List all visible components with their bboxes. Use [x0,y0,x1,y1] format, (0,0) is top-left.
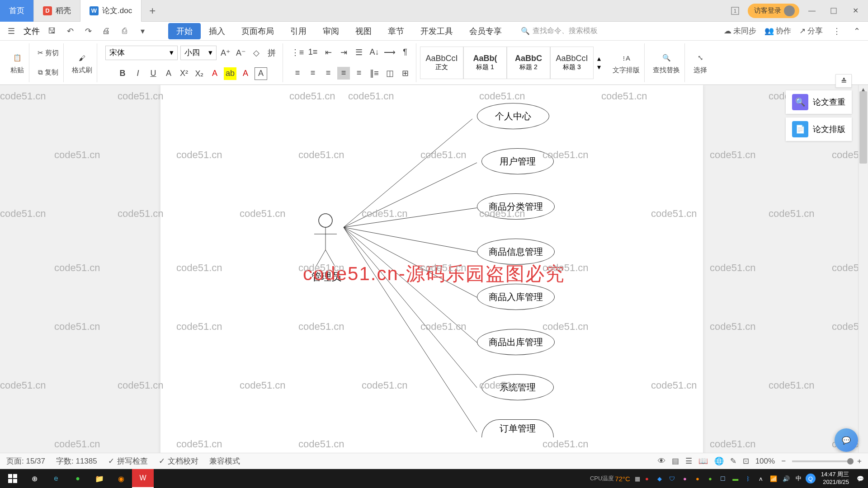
menu-review[interactable]: 审阅 [315,23,347,39]
bold-button[interactable]: B [116,67,129,80]
collapse-ribbon-icon[interactable]: ⌃ [851,25,863,37]
scroll-thumb[interactable] [859,91,867,164]
tray-up-icon[interactable]: ʌ [755,473,767,484]
assistant-float-button[interactable]: 💬 [835,428,858,452]
tab-daoke[interactable]: D 稻壳 [34,0,80,22]
strikethrough-button[interactable]: A [162,67,175,80]
explorer-icon[interactable]: 📁 [89,469,110,488]
find-replace-button[interactable]: 🔍查找替换 [653,51,680,75]
menu-view[interactable]: 视图 [347,23,380,39]
share-button[interactable]: ↗分享 [799,26,823,36]
cut-button[interactable]: ✂剪切 [38,49,59,57]
paste-button[interactable]: 📋 粘贴 [10,51,24,75]
style-h1[interactable]: AaBb(标题 1 [463,47,507,79]
more-icon[interactable]: ⋮ [831,25,843,37]
word-count[interactable]: 字数: 11385 [56,456,97,466]
tabs-button[interactable]: ⟶ [383,46,396,59]
thesis-format-button[interactable]: 📄 论文排版 [786,117,852,141]
phonetic-icon[interactable]: 拼 [265,47,278,59]
taskbar-clock[interactable]: 14:47 周三 2021/8/25 [816,471,854,486]
menu-insert[interactable]: 插入 [201,23,233,39]
line-spacing-button[interactable]: ‖≡ [368,67,381,80]
reading-view-icon[interactable]: 📖 [698,456,708,466]
asian-layout-button[interactable]: ☰ [353,46,365,59]
tray1-icon[interactable]: ● [641,473,653,484]
subscript-button[interactable]: X₂ [193,67,206,80]
eye-icon[interactable]: 👁 [658,457,665,466]
underline-button[interactable]: U [147,67,160,80]
ie-icon[interactable]: e [45,469,67,488]
zoom-out-button[interactable]: − [781,457,786,466]
sort-button[interactable]: A↓ [368,46,381,59]
fit-icon[interactable]: ⊡ [743,456,749,466]
tray7-icon[interactable]: ☐ [717,473,729,484]
volume-icon[interactable]: 🔊 [780,473,792,484]
increase-font-icon[interactable]: A⁺ [219,47,232,59]
tray4-icon[interactable]: ● [679,473,691,484]
tab-add-button[interactable]: + [142,5,163,17]
font-family-select[interactable]: 宋体▾ [105,46,178,60]
pen-icon[interactable]: ✎ [730,456,736,466]
text-layout-button[interactable]: ⫶A文字排版 [613,51,640,75]
minimize-button[interactable]: — [803,2,821,20]
highlight-button[interactable]: ab [224,67,236,80]
collapse-panel-button[interactable]: ≙ [835,74,852,88]
undo-icon[interactable]: ↶ [64,25,76,37]
menu-member[interactable]: 会员专享 [461,23,510,39]
tray5-icon[interactable]: ● [692,473,703,484]
menu-devtools[interactable]: 开发工具 [412,23,461,39]
format-painter-button[interactable]: 🖌 格式刷 [72,51,92,75]
menu-icon[interactable]: ☰ [5,25,17,37]
char-border-button[interactable]: A [255,67,267,80]
copilot-icon[interactable]: ⊕ [24,469,45,488]
bullets-button[interactable]: ⋮≡ [291,46,304,59]
zoom-in-button[interactable]: + [857,457,862,466]
align-left-button[interactable]: ≡ [291,67,304,80]
plagiarism-check-button[interactable]: 🔍 论文查重 [786,90,852,114]
zoom-slider[interactable] [792,460,851,462]
preview-icon[interactable]: ⎙ [118,25,130,37]
file-menu[interactable]: 文件 [24,26,40,37]
page-view-icon[interactable]: ▤ [672,456,679,466]
style-h2[interactable]: AaBbC标题 2 [507,47,550,79]
distribute-button[interactable]: ≡ [353,67,365,80]
cpu-meter-icon[interactable]: ▦ [635,475,640,482]
style-h3[interactable]: AaBbCcI标题 3 [550,47,594,79]
app1-icon[interactable]: ◉ [110,469,132,488]
shading-button[interactable]: ◫ [383,67,396,80]
decrease-font-icon[interactable]: A⁻ [235,47,247,59]
tab-home[interactable]: 首页 [0,0,34,22]
borders-button[interactable]: ⊞ [399,67,411,80]
redo-icon[interactable]: ↷ [82,25,94,37]
ime-icon[interactable]: 中 [793,473,805,484]
search-tray-icon[interactable]: Q [806,474,816,483]
show-marks-button[interactable]: ¶ [399,46,411,59]
align-center-button[interactable]: ≡ [307,67,319,80]
italic-button[interactable]: I [132,67,144,80]
text-color-button[interactable]: A [239,67,252,80]
document-area[interactable]: 个人中心 用户管理 商品分类管理 商品信息管理 商品入库管理 商品出库管理 系统… [0,85,858,459]
tray6-icon[interactable]: ● [704,473,716,484]
copy-button[interactable]: ⧉复制 [38,68,58,77]
page-indicator[interactable]: 页面: 15/37 [6,456,45,466]
login-button[interactable]: 访客登录 [748,4,799,18]
wifi-icon[interactable]: 📶 [768,473,779,484]
save-icon[interactable]: 🖫 [46,25,58,37]
style-up-icon[interactable]: ▴ [597,54,601,63]
numbering-button[interactable]: 1≡ [307,46,319,59]
spell-check[interactable]: ✓拼写检查 [108,456,148,466]
menu-layout[interactable]: 页面布局 [233,23,282,39]
close-button[interactable]: ✕ [846,2,864,20]
menu-start[interactable]: 开始 [168,23,201,39]
select-button[interactable]: ⤡选择 [693,51,708,75]
command-search[interactable]: 🔍 查找命令、搜索模板 [521,26,598,36]
collab-button[interactable]: 👥协作 [764,26,791,36]
font-size-select[interactable]: 小四▾ [180,46,217,60]
dropdown-icon[interactable]: ▾ [137,25,148,37]
style-normal[interactable]: AaBbCcI正文 [420,47,463,79]
maximize-button[interactable] [825,2,843,20]
clear-format-icon[interactable]: ◇ [250,47,263,59]
browser-icon[interactable]: ● [67,469,89,488]
menu-reference[interactable]: 引用 [282,23,315,39]
tray2-icon[interactable]: ◆ [654,473,665,484]
